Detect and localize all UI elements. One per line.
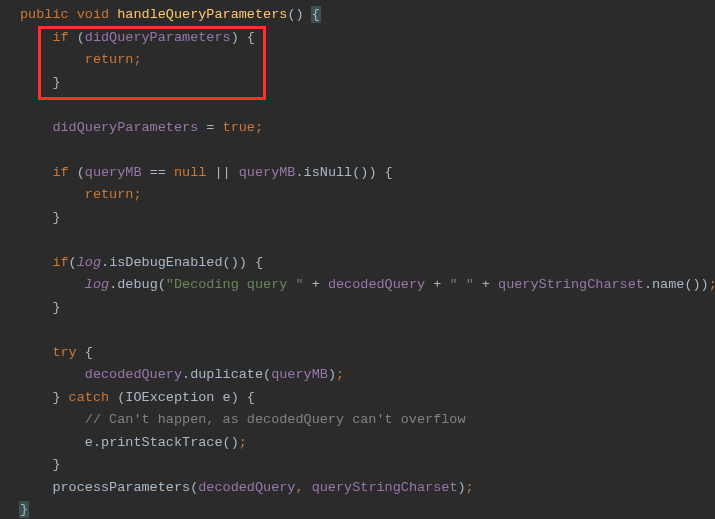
field-ref: didQueryParameters (52, 120, 198, 135)
op-plus: + (425, 277, 449, 292)
keyword-catch: catch (69, 390, 110, 405)
parens: () (684, 277, 700, 292)
comment: // Can't happen, as decodedQuery can't o… (85, 412, 466, 427)
paren-open: ( (69, 165, 85, 180)
blank-line[interactable] (20, 319, 715, 342)
blank-line[interactable] (20, 139, 715, 162)
space (214, 390, 222, 405)
paren-open: ( (109, 390, 125, 405)
brace-open: { (304, 7, 320, 22)
dot: . (182, 367, 190, 382)
paren-close: ) (458, 480, 466, 495)
code-line[interactable]: if (didQueryParameters) { (20, 27, 715, 50)
brace-close: } (52, 390, 68, 405)
keyword-true: true (223, 120, 255, 135)
semicolon: ; (133, 187, 141, 202)
keyword-if: if (52, 165, 68, 180)
code-line[interactable]: if (queryMB == null || queryMB.isNull())… (20, 162, 715, 185)
paren-close: ) (328, 367, 336, 382)
field-ref: decodedQuery (328, 277, 425, 292)
exception-type: IOException (125, 390, 214, 405)
dot: . (101, 255, 109, 270)
keyword-void: void (77, 7, 109, 22)
brace-close: } (20, 502, 28, 517)
code-line[interactable]: } (20, 72, 715, 95)
code-line[interactable]: return; (20, 49, 715, 72)
dot: . (93, 435, 101, 450)
parens: () (223, 435, 239, 450)
code-line[interactable]: didQueryParameters = true; (20, 117, 715, 140)
blank-line[interactable] (20, 229, 715, 252)
brace-open: { (77, 345, 93, 360)
string-literal: "Decoding query " (166, 277, 304, 292)
brace-close: } (52, 75, 60, 90)
parens: () (352, 165, 368, 180)
blank-line[interactable] (20, 94, 715, 117)
field-ref: queryMB (239, 165, 296, 180)
code-line[interactable]: } (20, 499, 715, 519)
code-line[interactable]: // Can't happen, as decodedQuery can't o… (20, 409, 715, 432)
field-ref: queryMB (85, 165, 142, 180)
comma: , (295, 480, 311, 495)
static-field-ref: log (85, 277, 109, 292)
code-line[interactable]: processParameters(decodedQuery, queryStr… (20, 477, 715, 500)
eq: = (198, 120, 222, 135)
code-line[interactable]: public void handleQueryParameters() { (20, 4, 715, 27)
code-line[interactable]: } (20, 454, 715, 477)
method-call: duplicate (190, 367, 263, 382)
field-ref: queryStringCharset (312, 480, 458, 495)
field-ref: queryStringCharset (498, 277, 644, 292)
keyword-try: try (52, 345, 76, 360)
paren-open: ( (69, 255, 77, 270)
brace-close: } (52, 300, 60, 315)
paren-close-brace: ) { (239, 255, 263, 270)
code-editor[interactable]: public void handleQueryParameters() { if… (0, 0, 715, 519)
op-plus: + (304, 277, 328, 292)
code-line[interactable]: } (20, 297, 715, 320)
code-line[interactable]: if(log.isDebugEnabled()) { (20, 252, 715, 275)
code-line[interactable]: } catch (IOException e) { (20, 387, 715, 410)
string-literal: " " (449, 277, 473, 292)
semicolon: ; (336, 367, 344, 382)
field-ref: queryMB (271, 367, 328, 382)
keyword-null: null (174, 165, 206, 180)
paren-open: ( (263, 367, 271, 382)
code-line[interactable]: e.printStackTrace(); (20, 432, 715, 455)
code-line[interactable]: decodedQuery.duplicate(queryMB); (20, 364, 715, 387)
keyword-if: if (52, 30, 68, 45)
semicolon: ; (709, 277, 715, 292)
paren-open: ( (69, 30, 85, 45)
keyword-if: if (52, 255, 68, 270)
var-ref: e (85, 435, 93, 450)
method-call: name (652, 277, 684, 292)
field-ref: didQueryParameters (85, 30, 231, 45)
code-line[interactable]: try { (20, 342, 715, 365)
paren-close-brace: ) { (368, 165, 392, 180)
method-call: isDebugEnabled (109, 255, 222, 270)
method-call: isNull (304, 165, 353, 180)
keyword-public: public (20, 7, 69, 22)
method-call: debug (117, 277, 158, 292)
field-ref: decodedQuery (85, 367, 182, 382)
op-eq: == (142, 165, 174, 180)
field-ref: decodedQuery (198, 480, 295, 495)
paren-close: ) (701, 277, 709, 292)
dot: . (295, 165, 303, 180)
semicolon: ; (466, 480, 474, 495)
keyword-return: return (85, 187, 134, 202)
brace-close: } (52, 210, 60, 225)
code-line[interactable]: } (20, 207, 715, 230)
method-name: handleQueryParameters (117, 7, 287, 22)
paren-close-brace: ) { (231, 390, 255, 405)
static-field-ref: log (77, 255, 101, 270)
op-plus: + (474, 277, 498, 292)
paren-close-brace: ) { (231, 30, 255, 45)
exception-var: e (223, 390, 231, 405)
semicolon: ; (133, 52, 141, 67)
code-line[interactable]: return; (20, 184, 715, 207)
parens: () (223, 255, 239, 270)
code-line[interactable]: log.debug("Decoding query " + decodedQue… (20, 274, 715, 297)
semicolon: ; (239, 435, 247, 450)
op-or: || (206, 165, 238, 180)
method-call: processParameters (52, 480, 190, 495)
